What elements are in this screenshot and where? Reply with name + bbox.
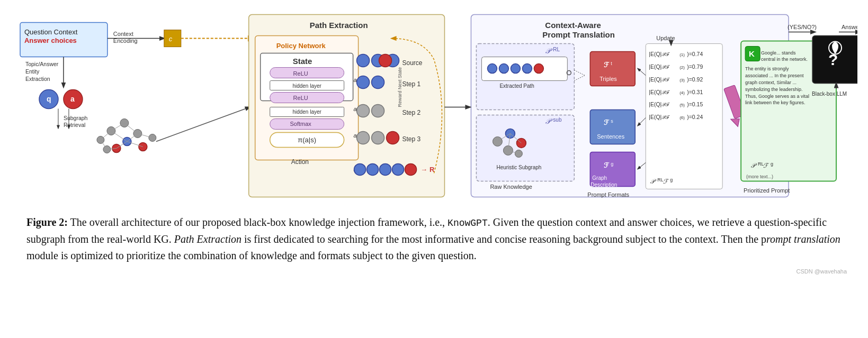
svg-text:RL: RL: [553, 47, 560, 52]
svg-point-79: [354, 163, 366, 175]
svg-line-36: [101, 131, 111, 140]
svg-text:(5): (5): [679, 103, 685, 107]
svg-rect-124: [590, 152, 635, 186]
svg-point-82: [392, 163, 404, 175]
svg-text:(3): (3): [679, 78, 685, 83]
svg-text:symbolizing the leadership.: symbolizing the leadership.: [745, 87, 802, 92]
svg-text:)=0.92: )=0.92: [687, 77, 703, 83]
svg-text:)=0.24: )=0.24: [687, 114, 703, 120]
svg-point-72: [357, 76, 370, 89]
svg-point-76: [357, 131, 370, 144]
caption-text1: The overall architecture of our proposed…: [68, 216, 448, 228]
caption-italic1: Path Extraction: [174, 233, 241, 245]
svg-text:ℱ: ℱ: [604, 161, 610, 169]
svg-point-68: [357, 54, 370, 67]
svg-text:Prompt Translation: Prompt Translation: [542, 30, 615, 39]
svg-text:(1): (1): [679, 52, 685, 57]
svg-point-75: [372, 105, 384, 117]
architecture-diagram: Question Context Answer choices Topic/An…: [11, 5, 857, 206]
svg-text:Step 3: Step 3: [402, 135, 421, 143]
knowgpt-label: KnowGPT: [448, 218, 488, 229]
svg-text:)=0.31: )=0.31: [687, 89, 703, 95]
svg-text:|E(Q|𝒫ℱ: |E(Q|𝒫ℱ: [649, 77, 670, 83]
svg-point-71: [379, 54, 392, 67]
svg-text:|E(Q|𝒫ℱ: |E(Q|𝒫ℱ: [649, 64, 670, 70]
svg-text:hidden layer: hidden layer: [292, 83, 321, 89]
svg-text:)=0.79: )=0.79: [687, 64, 703, 70]
svg-text:Thus, Google serves as a vital: Thus, Google serves as a vital: [745, 94, 809, 99]
svg-text:|E(Q|𝒫ℱ: |E(Q|𝒫ℱ: [649, 51, 670, 57]
svg-point-26: [149, 134, 156, 141]
svg-text:Prioritized Prompt: Prioritized Prompt: [744, 187, 790, 194]
svg-text:Triples: Triples: [599, 76, 617, 82]
svg-text:Context-Aware: Context-Aware: [545, 21, 601, 30]
svg-text:RL: RL: [657, 177, 664, 182]
svg-text:π(a|s): π(a|s): [298, 136, 316, 144]
svg-text:Subgraph: Subgraph: [64, 115, 88, 121]
svg-text:Description: Description: [590, 182, 617, 188]
figure-caption: Figure 2: The overall architecture of ou…: [11, 212, 857, 269]
svg-text:Entity: Entity: [25, 69, 40, 75]
svg-text:Action: Action: [291, 158, 309, 166]
svg-text:Source: Source: [402, 59, 423, 67]
svg-text:(more text...): (more text...): [746, 174, 773, 179]
svg-text:(YES/NO?): (YES/NO?): [788, 24, 817, 30]
svg-text:K: K: [749, 49, 755, 58]
svg-text:ℱ: ℱ: [604, 61, 610, 69]
svg-point-80: [367, 163, 379, 175]
svg-text:|E(Q|𝒫ℱ: |E(Q|𝒫ℱ: [649, 114, 670, 120]
svg-text:Reward   Next State: Reward Next State: [397, 67, 402, 107]
svg-line-31: [111, 131, 127, 141]
svg-text:Prompt Formats: Prompt Formats: [587, 191, 629, 198]
svg-text:Question Context: Question Context: [24, 28, 78, 36]
svg-text:Step 1: Step 1: [402, 80, 421, 88]
svg-text:(4): (4): [679, 90, 685, 95]
svg-text:Update: Update: [656, 35, 675, 41]
svg-line-39: [156, 107, 250, 141]
svg-text:Extracted Path: Extracted Path: [499, 83, 534, 89]
svg-text:Black-box LLM: Black-box LLM: [812, 91, 847, 97]
svg-text:(6): (6): [679, 115, 685, 120]
svg-text:Extraction: Extraction: [25, 76, 50, 82]
caption-text4: module is optimized to prioritize the co…: [26, 250, 477, 261]
svg-rect-99: [476, 115, 574, 181]
svg-text:associated ... In the present: associated ... In the present: [745, 73, 804, 78]
svg-text:Retrieval: Retrieval: [64, 122, 85, 128]
svg-text:c: c: [169, 35, 173, 43]
svg-text:Google... stands: Google... stands: [761, 50, 796, 56]
svg-text:→ R: → R: [421, 166, 435, 173]
svg-point-78: [387, 131, 399, 144]
svg-point-94: [499, 64, 508, 74]
svg-line-30: [124, 123, 138, 133]
svg-text:g: g: [771, 161, 773, 167]
svg-point-81: [380, 163, 391, 175]
svg-point-93: [487, 64, 497, 74]
svg-text:sub: sub: [553, 117, 562, 123]
caption-italic2: rompt translation: [766, 233, 840, 245]
svg-text:Topic/Answer: Topic/Answer: [25, 61, 59, 67]
svg-text:)=0.15: )=0.15: [687, 102, 703, 107]
svg-text:Sentences: Sentences: [597, 133, 624, 140]
figure-label: Figure 2:: [26, 216, 68, 228]
svg-text:?: ?: [828, 51, 838, 68]
svg-text:central in the network.: central in the network.: [761, 57, 808, 62]
svg-text:ReLU: ReLU: [293, 95, 308, 102]
svg-text:Encoding: Encoding: [113, 38, 138, 44]
diagram-area: Question Context Answer choices Topic/An…: [11, 5, 857, 206]
svg-text:Answer choices: Answer choices: [24, 36, 77, 44]
watermark: CSDN @wavehaha: [796, 268, 847, 275]
svg-point-95: [511, 64, 520, 74]
svg-point-77: [372, 131, 384, 144]
svg-text:(2): (2): [679, 65, 685, 70]
svg-point-102: [493, 136, 502, 146]
svg-text:q: q: [47, 95, 51, 104]
svg-text:ReLU: ReLU: [293, 70, 308, 77]
svg-point-96: [522, 64, 532, 74]
svg-point-21: [120, 118, 129, 127]
svg-text:)=0.74: )=0.74: [687, 51, 703, 57]
svg-text:Softmax: Softmax: [290, 121, 312, 127]
svg-point-73: [372, 76, 384, 89]
svg-text:|E(Q|𝒫ℱ: |E(Q|𝒫ℱ: [649, 102, 670, 107]
svg-rect-14: [164, 30, 181, 47]
svg-point-83: [405, 163, 417, 175]
